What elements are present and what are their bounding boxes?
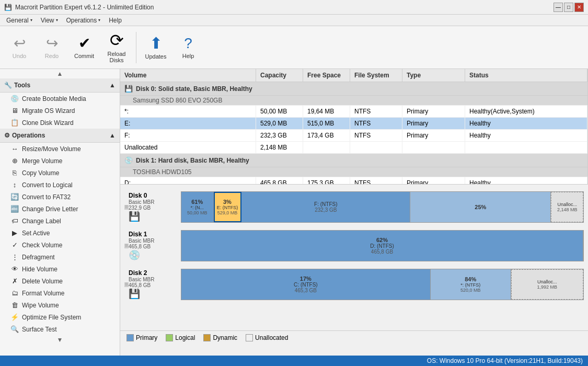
disk0-seg-f[interactable]: F: (NTFS) 232,3 GB [241, 192, 410, 222]
disk1-seg-d-size: 465,8 GB [371, 249, 393, 255]
disk0-seg-free[interactable]: 25% [410, 192, 551, 222]
sidebar-item-format[interactable]: 🗂 Format Volume [0, 287, 120, 299]
partition-table[interactable]: Volume Capacity Free Space File System T… [120, 69, 588, 184]
operations-section-header: ⚙ Operations ▲ [0, 129, 120, 143]
disk0-seg-star-pct: 61% [191, 199, 203, 205]
disk2-map-type: Basic MBR [129, 277, 154, 282]
sidebar-item-merge-label: Merge Volume [22, 157, 62, 165]
minimize-button[interactable]: — [554, 3, 563, 12]
sidebar-item-set-active[interactable]: ▶ Set Active [0, 227, 120, 239]
logical-color-box [166, 334, 173, 341]
sidebar-item-create-bootable-label: Create Bootable Media [22, 95, 86, 102]
table-row[interactable]: Unallocated 2,148 MB [120, 142, 587, 154]
sidebar-item-surface[interactable]: 🔍 Surface Test [0, 323, 120, 335]
help-button[interactable]: ? Help [173, 29, 203, 66]
col-status: Status [465, 69, 587, 82]
disk0-map-size: 232,9 GB [129, 205, 151, 211]
table-row[interactable]: *: 50,00 MB 19,64 MB NTFS Primary Health… [120, 106, 587, 118]
sidebar-item-convert-fat32-label: Convert to FAT32 [22, 193, 71, 201]
menu-view[interactable]: View ▾ [37, 16, 62, 25]
sidebar-item-change-letter[interactable]: 🔤 Change Drive Letter [0, 203, 120, 215]
sidebar-item-check[interactable]: ✓ Check Volume [0, 239, 120, 251]
sidebar-item-change-label[interactable]: 🏷 Change Label [0, 215, 120, 227]
sidebar-item-resize-move[interactable]: ↔ Resize/Move Volume [0, 143, 120, 155]
disk1-seg-d-label: D: (NTFS) [370, 243, 394, 249]
menu-help-label: Help [109, 17, 122, 24]
sidebar-item-clone-disk-label: Clone Disk Wizard [22, 119, 74, 127]
primary-color-box [126, 334, 134, 341]
disk1-map-label: Disk 1 [129, 231, 147, 238]
vol-e-cap: 529,0 MB [256, 118, 303, 129]
sidebar-item-wipe[interactable]: 🗑 Wipe Volume [0, 299, 120, 311]
redo-button[interactable]: ↪ Redo [37, 29, 67, 66]
disk2-seg-star-label: *: (NTFS) [460, 282, 480, 288]
menu-general[interactable]: General ▾ [2, 16, 37, 25]
commit-icon: ✔ [78, 36, 90, 51]
tools-collapse-icon[interactable]: ▲ [109, 82, 116, 89]
disk0-map-bar: 61% *: (N... 50,00 MB 3% E: (NTFS) 529,0… [181, 191, 584, 223]
sidebar-item-set-active-label: Set Active [22, 230, 50, 237]
sidebar-item-copy[interactable]: ⎘ Copy Volume [0, 167, 120, 179]
col-type: Type [402, 69, 465, 82]
delete-icon: ✗ [10, 277, 19, 285]
sidebar-item-merge[interactable]: ⊕ Merge Volume [0, 155, 120, 167]
disk2-map-label: Disk 2 [129, 269, 147, 277]
maximize-button[interactable]: □ [564, 3, 573, 12]
dynamic-color-box [203, 334, 211, 341]
close-button[interactable]: ✕ [574, 3, 584, 12]
sidebar-item-optimize[interactable]: ⚡ Optimize File System [0, 311, 120, 323]
bootable-icon: 💿 [10, 95, 19, 102]
operations-collapse-icon[interactable]: ▲ [109, 132, 116, 139]
status-text: OS: Windows 10 Pro 64-bit (Version:21H1,… [427, 357, 583, 364]
sidebar-scroll-up[interactable]: ▲ [0, 69, 120, 78]
sidebar-scroll-down[interactable]: ▼ [0, 335, 120, 345]
disk0-seg-star[interactable]: 61% *: (N... 50,00 MB [181, 192, 214, 222]
menu-help[interactable]: Help [105, 16, 126, 25]
defrag-icon: ⋮ [10, 253, 19, 261]
sidebar-item-delete[interactable]: ✗ Delete Volume [0, 275, 120, 287]
col-capacity: Capacity [256, 69, 303, 82]
table-row[interactable]: E: 529,0 MB 515,0 MB NTFS Primary Health… [120, 118, 587, 130]
active-icon: ▶ [10, 229, 19, 237]
sidebar-item-convert-logical[interactable]: ↕ Convert to Logical [0, 179, 120, 191]
sidebar-item-create-bootable[interactable]: 💿 Create Bootable Media [0, 93, 120, 105]
disk2-seg-unalloc[interactable]: Unalloc... 1,992 MB [511, 269, 583, 300]
vol-star: *: [120, 106, 256, 117]
vol-unalloc0-cap: 2,148 MB [256, 142, 303, 153]
disk1-map-handle[interactable]: ⠿ [124, 244, 129, 248]
disk0-seg-unalloc[interactable]: Unalloc... 2,148 MB [551, 192, 583, 222]
disk2-map-handle[interactable]: ⠿ [124, 282, 129, 287]
sidebar-item-defrag[interactable]: ⋮ Defragment [0, 251, 120, 263]
commit-button[interactable]: ✔ Commit [69, 29, 99, 66]
menu-operations[interactable]: Operations ▾ [62, 16, 105, 25]
vol-e-free: 515,0 MB [303, 118, 350, 129]
sidebar-item-clone-disk[interactable]: 📋 Clone Disk Wizard [0, 117, 120, 129]
sidebar-item-migrate-os[interactable]: 🖥 Migrate OS Wizard [0, 105, 120, 117]
col-filesystem: File System [350, 69, 402, 82]
disk-map-handle[interactable]: ⠿ [124, 205, 129, 210]
label-icon: 🏷 [10, 217, 19, 225]
disk0-map-type: Basic MBR [129, 199, 154, 205]
sidebar-item-hide[interactable]: 👁 Hide Volume [0, 263, 120, 275]
disk2-seg-c[interactable]: 17% C: (NTFS) 465,3 GB [181, 269, 431, 300]
chevron-down-icon: ▾ [56, 18, 58, 22]
disk2-map-row: ⠿ Disk 2 Basic MBR 465,8 GB 💾 17% C: (NT… [124, 266, 584, 303]
vol-f: F: [120, 130, 256, 141]
table-row[interactable]: D: 465,8 GB 175,3 GB NTFS Primary Health… [120, 177, 587, 184]
updates-button[interactable]: ⬆ Updates [141, 29, 171, 66]
tools-label: Tools [14, 82, 109, 89]
table-row[interactable]: F: 232,3 GB 173,4 GB NTFS Primary Health… [120, 130, 587, 142]
sidebar-item-convert-fat32[interactable]: 🔄 Convert to FAT32 [0, 191, 120, 203]
vol-d-fs: NTFS [350, 177, 402, 184]
undo-button[interactable]: ↩ Undo [4, 29, 34, 66]
reload-button[interactable]: ⟳ Reload Disks [101, 29, 132, 66]
disk2-seg-star-size: 520,0 MB [460, 288, 481, 293]
disk2-map-info: Disk 2 Basic MBR 465,8 GB 💾 [129, 269, 181, 300]
disk1-seg-d[interactable]: 62% D: (NTFS) 465,8 GB [181, 231, 583, 261]
vol-e-type: Primary [402, 118, 465, 129]
disk2-seg-star[interactable]: 84% *: (NTFS) 520,0 MB [431, 269, 511, 300]
toolbar-separator [136, 32, 136, 63]
disk2-seg-unalloc-size: 1,992 MB [537, 284, 558, 290]
disk0-seg-e[interactable]: 3% E: (NTFS) 529,0 MB [214, 192, 242, 222]
disk1-map-row: ⠿ Disk 1 Basic MBR 465,8 GB 💿 62% D: (NT… [124, 227, 584, 264]
